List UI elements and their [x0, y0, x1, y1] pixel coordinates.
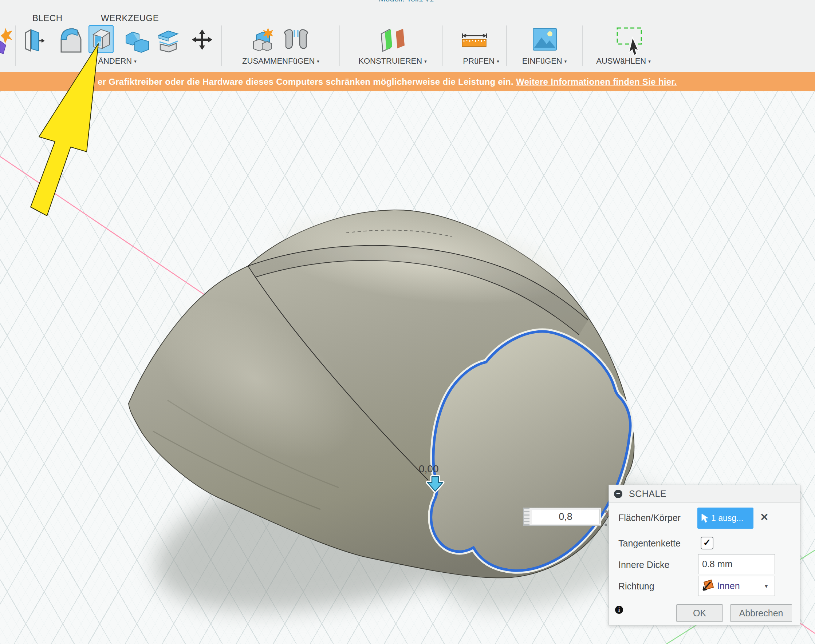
chevron-down-icon: ▾ — [648, 58, 651, 64]
create-form-icon[interactable] — [0, 25, 15, 55]
group-pruefen[interactable]: PRüFEN▾ — [463, 57, 499, 66]
group-zusammenfuegen[interactable]: ZUSAMMENFüGEN▾ — [242, 57, 319, 66]
chevron-down-icon: ▾ — [317, 58, 319, 64]
thickness-value-field[interactable]: 0,8 — [532, 509, 600, 524]
drag-grip-icon[interactable] — [524, 508, 529, 525]
toolbar-divider — [15, 26, 16, 66]
toolbar-divider — [443, 26, 443, 66]
tab-werkzeuge[interactable]: WERKZEUGE — [101, 13, 159, 23]
toolbar-divider — [582, 26, 583, 66]
measure-icon[interactable] — [462, 33, 487, 48]
document-tab[interactable]: Modell: Teil1 v1 — [379, 0, 514, 3]
chevron-down-icon: ▾ — [134, 58, 137, 64]
direction-inside-icon — [701, 579, 714, 593]
direction-label: Richtung — [618, 581, 654, 592]
fillet-icon[interactable] — [58, 25, 85, 54]
combine-icon[interactable] — [124, 27, 151, 54]
direction-dropdown[interactable]: Innen ▼ — [698, 576, 775, 596]
cursor-icon — [701, 514, 709, 523]
ok-button[interactable]: OK — [676, 604, 723, 622]
schale-dialog: − SCHALE Flächen/Körper 1 ausg... ✕ Tang… — [609, 485, 800, 626]
insert-image-icon[interactable] — [533, 28, 557, 51]
construction-plane-icon[interactable] — [380, 27, 406, 52]
tab-blech[interactable]: BLECH — [32, 13, 63, 23]
toolbar-divider — [221, 26, 222, 66]
tangent-chain-label: Tangentenkette — [618, 538, 681, 549]
chevron-down-icon: ▾ — [497, 58, 499, 64]
faces-selection-chip[interactable]: 1 ausg... — [697, 508, 753, 529]
group-einfuegen[interactable]: EINFüGEN▾ — [522, 57, 567, 66]
inner-thickness-label: Innere Dicke — [618, 560, 669, 570]
joint-icon[interactable] — [282, 27, 310, 53]
more-options-handle[interactable] — [603, 509, 608, 527]
flange-icon[interactable] — [23, 27, 45, 54]
select-icon[interactable] — [617, 27, 646, 57]
dialog-title: SCHALE — [629, 489, 666, 499]
ribbon-toolbar: Modell: Teil1 v1 BLECH WERKZEUGE — [0, 0, 815, 72]
dialog-header[interactable]: − SCHALE — [609, 485, 800, 503]
offset-face-icon[interactable] — [157, 28, 179, 53]
new-component-icon[interactable] — [251, 27, 273, 53]
fusion-window: Modell: Teil1 v1 BLECH WERKZEUGE — [0, 0, 815, 644]
collapse-icon[interactable]: − — [614, 490, 622, 498]
faces-label: Flächen/Körper — [618, 513, 681, 523]
chevron-down-icon: ▾ — [564, 58, 567, 64]
group-auswaehlen[interactable]: AUSWäHLEN▾ — [596, 57, 650, 66]
banner-more-info-link[interactable]: Weitere Informationen finden Sie hier. — [516, 77, 677, 87]
inner-thickness-input[interactable]: 0.8 mm — [698, 554, 775, 574]
graphics-warning-banner: er Grafiktreiber oder die Hardware diese… — [0, 72, 815, 91]
chevron-down-icon: ▾ — [424, 58, 427, 64]
move-icon[interactable] — [189, 28, 215, 52]
chevron-down-icon: ▼ — [764, 583, 769, 589]
thickness-float-input[interactable]: 0,8 — [523, 508, 601, 526]
document-tab-title: Modell: Teil1 v1 — [379, 0, 434, 3]
toolbar-divider — [506, 26, 507, 66]
cancel-button[interactable]: Abbrechen — [730, 604, 792, 622]
group-konstruieren[interactable]: KONSTRUIEREN▾ — [358, 57, 426, 66]
banner-text: er Grafiktreiber oder die Hardware diese… — [98, 77, 516, 87]
info-icon[interactable]: i — [615, 606, 623, 614]
shell-icon[interactable] — [89, 25, 114, 53]
toolbar-divider — [340, 26, 340, 66]
dialog-separator — [609, 599, 800, 599]
clear-selection-icon[interactable]: ✕ — [760, 511, 768, 523]
tangent-chain-checkbox[interactable]: ✓ — [701, 537, 714, 549]
group-aendern[interactable]: ÄNDERN▾ — [98, 57, 136, 66]
